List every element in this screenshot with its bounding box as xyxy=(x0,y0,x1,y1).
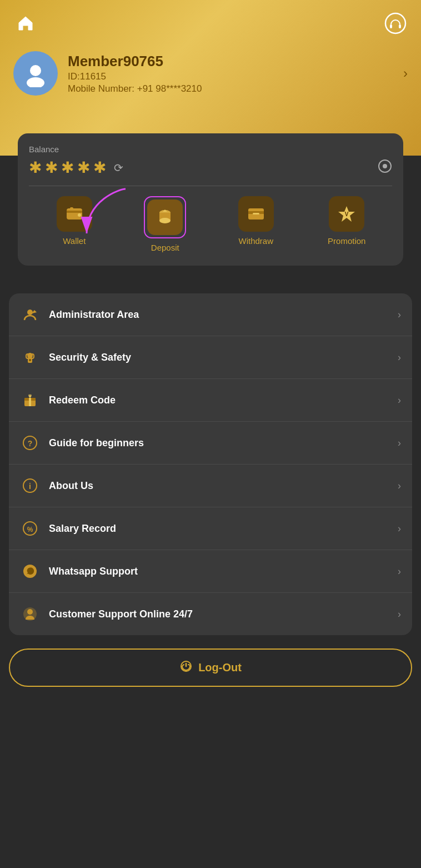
svg-point-26 xyxy=(29,359,31,361)
wallet-label: Wallet xyxy=(63,236,86,246)
profile-chevron-icon[interactable]: › xyxy=(403,66,408,81)
about-icon: i xyxy=(20,476,40,496)
svg-rect-18 xyxy=(253,213,259,214)
svg-point-4 xyxy=(27,77,44,87)
menu-item-about[interactable]: i About Us › xyxy=(9,465,412,507)
logout-label: Log-Out xyxy=(198,661,242,674)
svg-rect-9 xyxy=(67,211,82,213)
deposit-label: Deposit xyxy=(151,243,179,252)
withdraw-button[interactable]: Withdraw xyxy=(210,196,302,252)
support-icon xyxy=(20,604,40,624)
guide-chevron: › xyxy=(398,437,401,449)
menu-item-salary[interactable]: % Salary Record › xyxy=(9,507,412,550)
support-label: Customer Support Online 24/7 xyxy=(49,608,389,620)
star-3: ✱ xyxy=(61,158,74,177)
admin-chevron: › xyxy=(398,309,401,321)
actions-row: Wallet Deposit xyxy=(29,196,392,252)
svg-rect-29 xyxy=(29,398,31,406)
security-icon xyxy=(20,347,40,367)
deposit-icon-wrap xyxy=(147,199,183,235)
security-chevron: › xyxy=(398,352,401,363)
menu-item-support[interactable]: Customer Support Online 24/7 › xyxy=(9,593,412,635)
menu-item-admin[interactable]: Administrator Area › xyxy=(9,293,412,336)
star-4: ✱ xyxy=(77,158,90,177)
svg-point-10 xyxy=(78,213,81,217)
wallet-button[interactable]: Wallet xyxy=(29,196,120,252)
star-5: ✱ xyxy=(93,158,106,177)
svg-rect-11 xyxy=(70,207,73,211)
svg-point-22 xyxy=(27,310,33,315)
avatar xyxy=(13,51,58,96)
user-id: ID:11615 xyxy=(68,71,393,82)
menu-item-guide[interactable]: ? Guide for beginners › xyxy=(9,422,412,465)
guide-label: Guide for beginners xyxy=(49,437,389,449)
redeem-chevron: › xyxy=(398,395,401,406)
refresh-icon[interactable]: ⟳ xyxy=(114,161,123,174)
home-icon[interactable] xyxy=(13,11,38,36)
salary-chevron: › xyxy=(398,523,401,535)
menu-item-security[interactable]: Security & Safety › xyxy=(9,336,412,379)
svg-text:i: i xyxy=(29,482,31,491)
menu-item-whatsapp[interactable]: Whatsapp Support › xyxy=(9,550,412,593)
about-chevron: › xyxy=(398,480,401,492)
user-name: Member90765 xyxy=(68,53,393,70)
eye-icon[interactable] xyxy=(378,159,392,177)
balance-row: ✱ ✱ ✱ ✱ ✱ ⟳ xyxy=(29,158,392,186)
svg-text:?: ? xyxy=(28,439,33,448)
salary-label: Salary Record xyxy=(49,523,389,535)
deposit-button[interactable]: Deposit xyxy=(120,196,211,252)
whatsapp-icon xyxy=(20,561,40,581)
balance-card: Balance ✱ ✱ ✱ ✱ ✱ ⟳ xyxy=(18,133,403,266)
menu-section: Administrator Area › Security & Safety › xyxy=(9,293,412,635)
deposit-highlight xyxy=(144,196,186,238)
svg-point-3 xyxy=(30,65,41,76)
promotion-icon-wrap: V xyxy=(329,196,364,232)
promotion-label: Promotion xyxy=(328,236,365,246)
logout-button[interactable]: Log-Out xyxy=(9,648,412,687)
about-label: About Us xyxy=(49,480,389,492)
redeem-icon xyxy=(20,390,40,410)
svg-point-15 xyxy=(159,218,171,223)
top-section: Member90765 ID:11615 Mobile Number: +91 … xyxy=(0,0,421,156)
user-info-row[interactable]: Member90765 ID:11615 Mobile Number: +91 … xyxy=(13,51,408,96)
withdraw-label: Withdraw xyxy=(238,236,273,246)
wallet-icon-wrap xyxy=(57,196,92,232)
guide-icon: ? xyxy=(20,433,40,453)
whatsapp-label: Whatsapp Support xyxy=(49,566,389,577)
redeem-label: Redeem Code xyxy=(49,395,389,406)
svg-point-6 xyxy=(383,164,387,168)
balance-stars: ✱ ✱ ✱ ✱ ✱ ⟳ xyxy=(29,158,123,177)
withdraw-icon-wrap xyxy=(238,196,274,232)
headset-icon[interactable] xyxy=(383,11,408,36)
admin-icon xyxy=(20,305,40,325)
menu-item-redeem[interactable]: Redeem Code › xyxy=(9,379,412,422)
logout-icon xyxy=(179,660,193,676)
whatsapp-chevron: › xyxy=(398,566,401,577)
salary-icon: % xyxy=(20,518,40,538)
svg-text:%: % xyxy=(27,526,33,533)
support-chevron: › xyxy=(398,608,401,620)
admin-label: Administrator Area xyxy=(49,309,389,321)
user-mobile: Mobile Number: +91 98****3210 xyxy=(68,83,393,94)
promotion-button[interactable]: V Promotion xyxy=(302,196,393,252)
logout-section: Log-Out xyxy=(0,635,421,705)
svg-rect-1 xyxy=(390,24,392,28)
svg-rect-2 xyxy=(399,24,401,28)
star-1: ✱ xyxy=(29,158,42,177)
svg-point-38 xyxy=(27,609,33,615)
top-bar xyxy=(13,11,408,36)
user-details: Member90765 ID:11615 Mobile Number: +91 … xyxy=(68,53,393,94)
balance-label: Balance xyxy=(29,144,392,154)
svg-text:V: V xyxy=(345,211,349,217)
svg-point-0 xyxy=(385,13,405,33)
security-label: Security & Safety xyxy=(49,352,389,363)
star-2: ✱ xyxy=(45,158,58,177)
